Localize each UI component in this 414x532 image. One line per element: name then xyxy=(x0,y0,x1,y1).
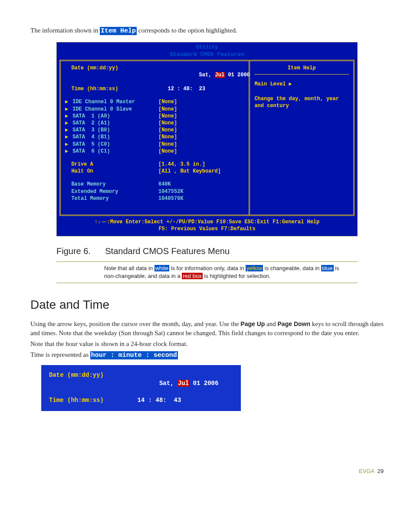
bios-mem-label: Total Memory xyxy=(65,195,158,202)
footer-page: 29 xyxy=(378,468,384,474)
bios-row[interactable]: ▶ IDE Channel 0 Master[None] xyxy=(65,98,244,105)
pageup-key: Page Up xyxy=(240,320,265,327)
bios-row[interactable]: ▶ SATA 2 (A1)[None] xyxy=(65,120,244,127)
bios-footer: ↑↓→←:Move Enter:Select +/-/PU/PD:Value F… xyxy=(57,216,357,236)
dt-time-value: 14 : 48: 43 xyxy=(138,396,181,405)
bios-header-sub: Standard CMOS Features xyxy=(57,51,357,59)
bios-row-value: [None] xyxy=(158,141,244,148)
bios-mem-row: Total Memory1048576K xyxy=(65,195,244,202)
bios-mem-label: Base Memory xyxy=(65,181,158,188)
date-label: Date (mm:dd:yy) xyxy=(65,65,158,86)
bios-header-top: Utility xyxy=(57,44,357,51)
halton-label: Halt On xyxy=(65,168,158,175)
time-label: Time (hh:mm:ss) xyxy=(65,85,158,92)
bios-row-value: [None] xyxy=(158,120,244,127)
note-blue: blue xyxy=(321,265,334,271)
figure-caption: Figure 6. Standard CMOS Features Menu xyxy=(56,245,358,257)
bios-row-value: [None] xyxy=(158,106,244,113)
bios-row-value: [None] xyxy=(158,148,244,155)
bios-footer-1: ↑↓→←:Move Enter:Select +/-/PU/PD:Value F… xyxy=(57,219,357,225)
note-box: Note that all data in white is for infor… xyxy=(56,261,358,283)
bios-row-value: [None] xyxy=(158,134,244,140)
bios-mem-row: Base Memory640K xyxy=(65,181,244,188)
halton-value[interactable]: [All , But Keyboard] xyxy=(158,168,244,175)
bios-row-label: ▶ SATA 3 (B0) xyxy=(65,127,158,134)
bios-row-value: [None] xyxy=(158,113,244,120)
bios-row[interactable]: ▶ SATA 3 (B0)[None] xyxy=(65,127,244,134)
date-value[interactable]: Sat, Jul 01 2006 xyxy=(158,65,244,86)
time-value[interactable]: 12 : 48: 23 xyxy=(158,85,244,92)
date-month-selected[interactable]: Jul xyxy=(215,72,225,78)
triangle-icon: ▶ xyxy=(65,98,69,105)
triangle-icon: ▶ xyxy=(65,127,69,134)
dt-date-label: Date (mm:dd:yy) xyxy=(49,371,138,397)
bios-row-label: ▶ SATA 6 (C1) xyxy=(65,148,158,155)
para-3: Time is represented as hour : minute : s… xyxy=(30,350,384,360)
bios-row-label: ▶ SATA 5 (C0) xyxy=(65,141,158,148)
date-time-box: Date (mm:dd:yy) Sat, Jul 01 2006 Time (h… xyxy=(41,365,241,411)
bios-row[interactable]: ▶ SATA 6 (C1)[None] xyxy=(65,148,244,155)
bios-row-label: ▶ SATA 2 (A1) xyxy=(65,120,158,127)
bios-mem-value: 1048576K xyxy=(158,195,244,202)
dt-date-value: Sat, Jul 01 2006 xyxy=(138,371,219,397)
help-level: Main Level ▶ xyxy=(254,81,349,88)
para-1: Using the arrow keys, position the curso… xyxy=(30,320,384,338)
triangle-icon: ▶ xyxy=(65,141,69,148)
bios-row-label: ▶ IDE Channel 0 Master xyxy=(65,98,158,105)
figure-label: Figure 6. xyxy=(56,246,91,256)
dt-date-sel: Jul xyxy=(177,380,189,387)
help-text: Change the day, month, year and century xyxy=(254,95,349,109)
page-footer: EVGA 29 xyxy=(30,467,384,475)
triangle-icon: ▶ xyxy=(65,113,69,120)
bios-left-pane: Date (mm:dd:yy) Sat, Jul 01 2006 Time (h… xyxy=(61,61,249,215)
bios-row-label: ▶ IDE Channel 0 Slave xyxy=(65,106,158,113)
triangle-icon: ▶ xyxy=(65,134,69,140)
inline-item-help: Item Help xyxy=(100,27,137,35)
drivea-value[interactable]: [1.44, 3.5 in.] xyxy=(158,161,244,168)
bios-row[interactable]: ▶ IDE Channel 0 Slave[None] xyxy=(65,106,244,113)
time-format-code: hour : minute : second xyxy=(90,351,178,359)
section-heading: Date and Time xyxy=(30,296,384,313)
intro-prefix: The information shown in xyxy=(30,27,100,34)
para-2: Note that the hour value is shown in a 2… xyxy=(30,339,384,349)
bios-row-value: [None] xyxy=(158,127,244,134)
bios-mem-value: 640K xyxy=(158,181,244,188)
bios-help-pane: Item Help Main Level ▶ Change the day, m… xyxy=(249,61,353,215)
note-yellow: yellow xyxy=(246,265,263,271)
footer-brand: EVGA xyxy=(359,468,374,474)
note-redbox: red box xyxy=(182,273,202,279)
bios-row[interactable]: ▶ SATA 4 (B1)[None] xyxy=(65,134,244,140)
triangle-icon: ▶ xyxy=(65,148,69,155)
intro-suffix: corresponds to the option highlighted. xyxy=(137,27,237,34)
bios-mem-row: Extended Memory1047552K xyxy=(65,188,244,195)
help-title: Item Help xyxy=(254,65,349,75)
bios-footer-2: F5: Previous Values F7:Defaults xyxy=(57,225,357,232)
triangle-icon: ▶ xyxy=(65,106,69,113)
bios-mem-value: 1047552K xyxy=(158,188,244,195)
bios-row-value: [None] xyxy=(158,98,244,105)
bios-row-label: ▶ SATA 4 (B1) xyxy=(65,134,158,140)
bios-row[interactable]: ▶ SATA 1 (A0)[None] xyxy=(65,113,244,120)
bios-mem-label: Extended Memory xyxy=(65,188,158,195)
figure-title: Standard CMOS Features Menu xyxy=(105,246,230,256)
note-white: white xyxy=(154,265,169,271)
bios-window: Utility Standard CMOS Features Date (mm:… xyxy=(56,42,358,236)
bios-row-label: ▶ SATA 1 (A0) xyxy=(65,113,158,120)
pagedown-key: Page Down xyxy=(278,320,310,327)
bios-header: Utility Standard CMOS Features xyxy=(57,42,357,60)
intro-text: The information shown in Item Help corre… xyxy=(30,26,384,36)
bios-row[interactable]: ▶ SATA 5 (C0)[None] xyxy=(65,141,244,148)
drivea-label: Drive A xyxy=(65,161,158,168)
triangle-icon: ▶ xyxy=(65,120,69,127)
dt-time-label: Time (hh:mm:ss) xyxy=(49,396,138,405)
